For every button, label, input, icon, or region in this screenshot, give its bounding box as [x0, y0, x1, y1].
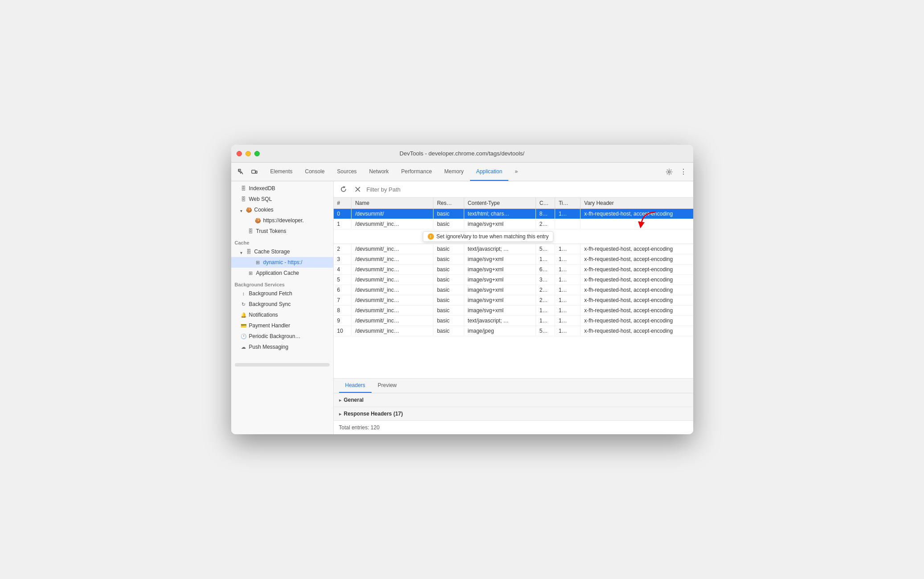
table-row[interactable]: 6/devsummit/_inc…basicimage/svg+xml2…1…x… — [334, 285, 693, 295]
sidebar-item-websql[interactable]: 🗄 Web SQL — [231, 194, 333, 204]
table-row[interactable]: 7/devsummit/_inc…basicimage/svg+xml2…1…x… — [334, 295, 693, 306]
tooltip-cell: !Set ignoreVary to true when matching th… — [334, 229, 693, 244]
trust-tokens-icon: 🗄 — [247, 228, 254, 235]
table-cell: basic — [433, 316, 464, 326]
cache-table: # Name Res… Content-Type C… Ti… Vary Hea… — [334, 198, 693, 336]
cache-storage-expand-icon — [240, 249, 245, 254]
more-options-button[interactable]: ⋮ — [677, 166, 690, 178]
col-header-ti: Ti… — [555, 198, 580, 209]
col-header-res: Res… — [433, 198, 464, 209]
col-header-vary: Vary Header — [581, 198, 693, 209]
table-row[interactable]: 5/devsummit/_inc…basicimage/svg+xml3…1…x… — [334, 275, 693, 285]
sidebar-item-push-messaging[interactable]: ☁ Push Messaging — [231, 342, 333, 352]
sidebar-item-notifications[interactable]: 🔔 Notifications — [231, 310, 333, 320]
table-row[interactable]: 3/devsummit/_inc…basicimage/svg+xml1…1…x… — [334, 254, 693, 265]
svg-rect-2 — [256, 171, 257, 173]
table-row[interactable]: 0/devsummit/basictext/html; chars…8…1…x-… — [334, 209, 693, 219]
device-toolbar-button[interactable] — [248, 166, 261, 178]
sidebar-scroll-indicator — [235, 363, 330, 367]
table-cell: 10 — [334, 326, 352, 336]
tab-console[interactable]: Console — [299, 163, 331, 181]
sidebar-item-periodic-background[interactable]: 🕐 Periodic Backgroun… — [231, 331, 333, 342]
table-row[interactable]: 4/devsummit/_inc…basicimage/svg+xml6…1…x… — [334, 265, 693, 275]
table-cell: 1… — [555, 316, 580, 326]
table-cell: image/svg+xml — [464, 295, 536, 306]
tab-headers[interactable]: Headers — [339, 379, 372, 393]
table-cell: 1… — [555, 275, 580, 285]
response-headers-row[interactable]: ▸ Response Headers (17) — [334, 407, 693, 421]
table-cell: 1… — [536, 306, 555, 316]
table-cell: basic — [433, 219, 464, 229]
sidebar-item-cache-storage[interactable]: 🗄 Cache Storage — [231, 246, 333, 257]
table-cell: image/jpeg — [464, 326, 536, 336]
background-services-label: Background Services — [231, 278, 333, 288]
background-sync-icon: ↻ — [240, 301, 247, 308]
table-cell: 1… — [555, 254, 580, 265]
table-area[interactable]: # Name Res… Content-Type C… Ti… Vary Hea… — [334, 198, 693, 378]
cookies-url-icon: 🍪 — [254, 217, 262, 224]
table-cell: x-fh-requested-host, accept-encoding — [581, 326, 693, 336]
table-row[interactable]: 1/devsummit/_inc…basicimage/svg+xml2… — [334, 219, 693, 229]
sidebar-item-trust-tokens[interactable]: 🗄 Trust Tokens — [231, 226, 333, 236]
table-cell: 1… — [555, 306, 580, 316]
table-cell: /devsummit/_inc… — [352, 316, 433, 326]
table-cell: x-fh-requested-host, accept-encoding — [581, 316, 693, 326]
sidebar-item-application-cache[interactable]: ⊞ Application Cache — [231, 268, 333, 278]
tooltip-row: !Set ignoreVary to true when matching th… — [334, 229, 693, 244]
table-cell: 6 — [334, 285, 352, 295]
table-cell: x-fh-requested-host, accept-encoding — [581, 254, 693, 265]
table-row[interactable]: 9/devsummit/_inc…basictext/javascript; …… — [334, 316, 693, 326]
tab-more[interactable]: » — [508, 163, 524, 181]
filter-input[interactable] — [367, 186, 689, 193]
sidebar-item-payment-handler[interactable]: 💳 Payment Handler — [231, 320, 333, 331]
settings-button[interactable] — [663, 166, 675, 178]
table-cell: 2 — [334, 244, 352, 254]
inspect-element-button[interactable] — [235, 166, 247, 178]
table-cell: basic — [433, 326, 464, 336]
table-cell: image/svg+xml — [464, 306, 536, 316]
response-headers-expand-icon: ▸ — [339, 412, 341, 416]
tab-sources[interactable]: Sources — [331, 163, 363, 181]
tooltip-popup: !Set ignoreVary to true when matching th… — [423, 231, 554, 242]
sidebar-item-dynamic[interactable]: ⊞ dynamic - https:/ — [231, 257, 333, 268]
table-cell: 1… — [536, 254, 555, 265]
sidebar-item-cookies[interactable]: 🍪 Cookies — [231, 204, 333, 215]
table-cell: /devsummit/_inc… — [352, 244, 433, 254]
clear-button[interactable] — [352, 184, 363, 195]
minimize-button[interactable] — [245, 151, 251, 156]
sidebar-item-cookies-url[interactable]: 🍪 https://developer. — [231, 215, 333, 226]
table-cell: /devsummit/_inc… — [352, 285, 433, 295]
col-header-num: # — [334, 198, 352, 209]
general-row[interactable]: ▸ General — [334, 393, 693, 407]
table-cell: 3 — [334, 254, 352, 265]
table-row[interactable]: 8/devsummit/_inc…basicimage/svg+xml1…1…x… — [334, 306, 693, 316]
tab-preview[interactable]: Preview — [372, 379, 403, 393]
close-button[interactable] — [237, 151, 242, 156]
table-cell: basic — [433, 265, 464, 275]
tab-memory[interactable]: Memory — [438, 163, 470, 181]
table-cell: 5… — [536, 244, 555, 254]
table-cell: image/svg+xml — [464, 275, 536, 285]
table-cell: 6… — [536, 265, 555, 275]
table-header-row: # Name Res… Content-Type C… Ti… Vary Hea… — [334, 198, 693, 209]
table-cell: text/javascript; … — [464, 316, 536, 326]
bottom-section: ▸ General ▸ Response Headers (17) Total … — [334, 393, 693, 434]
table-row[interactable]: 10/devsummit/_inc…basicimage/jpeg5…1…x-f… — [334, 326, 693, 336]
tab-network[interactable]: Network — [363, 163, 395, 181]
table-cell: 1… — [555, 265, 580, 275]
table-cell: x-fh-requested-host, accept-encoding — [581, 295, 693, 306]
maximize-button[interactable] — [254, 151, 260, 156]
sidebar-item-indexeddb[interactable]: 🗄 IndexedDB — [231, 183, 333, 194]
table-cell: 1… — [555, 285, 580, 295]
table-row[interactable]: 2/devsummit/_inc…basictext/javascript; …… — [334, 244, 693, 254]
indexeddb-icon: 🗄 — [240, 185, 247, 192]
total-entries: Total entries: 120 — [334, 421, 693, 434]
sidebar-item-background-sync[interactable]: ↻ Background Sync — [231, 299, 333, 310]
tab-elements[interactable]: Elements — [264, 163, 299, 181]
table-wrapper: # Name Res… Content-Type C… Ti… Vary Hea… — [334, 198, 693, 378]
tab-application[interactable]: Application — [470, 163, 509, 181]
tab-performance[interactable]: Performance — [395, 163, 438, 181]
window-title: DevTools - developer.chrome.com/tags/dev… — [400, 150, 524, 157]
sidebar-item-background-fetch[interactable]: ↕ Background Fetch — [231, 288, 333, 299]
refresh-button[interactable] — [338, 184, 349, 195]
